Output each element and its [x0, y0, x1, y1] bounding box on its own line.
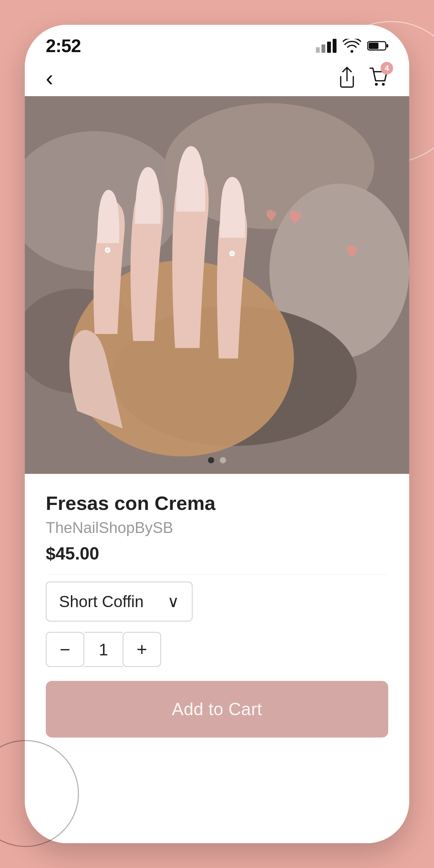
battery-icon [367, 40, 388, 51]
status-bar: 2:52 [25, 25, 409, 60]
product-image-container [25, 96, 409, 474]
dot-1 [208, 457, 214, 463]
status-icons [316, 39, 388, 53]
add-to-cart-button[interactable]: Add to Cart [46, 681, 388, 738]
back-button[interactable]: ‹ [46, 67, 53, 89]
minus-icon: − [60, 639, 70, 660]
product-name: Fresas con Crema [46, 491, 388, 515]
wifi-icon [343, 39, 361, 53]
product-price: $45.00 [46, 543, 388, 575]
chevron-down-icon: ∨ [167, 592, 179, 611]
cart-button[interactable]: 4 [369, 67, 388, 89]
product-image [25, 96, 409, 474]
svg-point-15 [231, 252, 233, 255]
cart-badge: 4 [381, 62, 393, 74]
nav-bar: ‹ 4 [25, 60, 409, 96]
size-label: Short Coffin [59, 592, 144, 611]
nav-right: 4 [338, 67, 388, 89]
share-button[interactable] [338, 67, 356, 89]
quantity-decrease-button[interactable]: − [46, 632, 84, 667]
product-info: Fresas con Crema TheNailShopBySB $45.00 … [25, 474, 409, 843]
status-time: 2:52 [46, 35, 81, 56]
svg-point-3 [375, 83, 378, 86]
shop-name: TheNailShopBySB [46, 519, 388, 536]
svg-rect-1 [386, 44, 388, 48]
plus-icon: + [137, 639, 147, 660]
dot-2 [220, 457, 226, 463]
quantity-selector: − 1 + [46, 632, 388, 667]
phone-frame: 2:52 ‹ [25, 25, 409, 843]
size-selector[interactable]: Short Coffin ∨ [46, 582, 193, 621]
svg-rect-2 [369, 43, 378, 49]
signal-icon [316, 39, 337, 53]
svg-point-13 [106, 249, 109, 251]
image-dots [208, 457, 226, 463]
quantity-increase-button[interactable]: + [123, 632, 161, 667]
svg-point-4 [382, 83, 385, 86]
quantity-value: 1 [84, 632, 123, 667]
